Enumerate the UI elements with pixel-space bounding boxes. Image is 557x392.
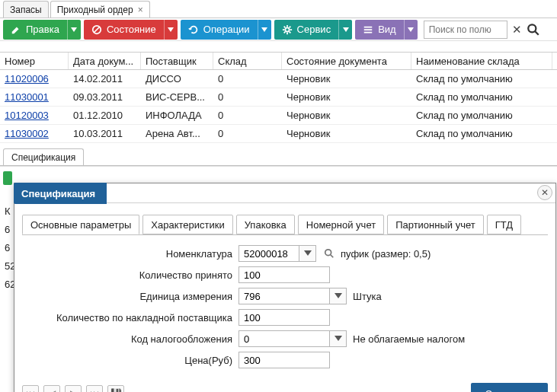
cell-state: Черновик — [282, 128, 411, 139]
nomenclature-desc: пуфик (размер: 0,5) — [341, 248, 431, 260]
button-label: Вид — [378, 24, 396, 35]
dropdown-icon[interactable] — [258, 20, 271, 40]
supqty-input[interactable] — [238, 309, 330, 326]
tab-specification[interactable]: Спецификация — [3, 148, 84, 165]
label-qty: Количество принято — [25, 269, 238, 281]
tab-packaging[interactable]: Упаковка — [236, 215, 295, 234]
button-label: Сервис — [297, 24, 331, 35]
order-link[interactable]: 10120003 — [5, 110, 49, 121]
cell-whname: Склад по умолчанию — [411, 110, 552, 121]
nomenclature-input[interactable] — [238, 245, 299, 262]
qty-input[interactable] — [238, 266, 330, 283]
next-page-icon[interactable]: ▶ — [65, 385, 82, 392]
tab-stocks[interactable]: Запасы — [3, 1, 49, 18]
search-input[interactable] — [424, 21, 507, 39]
col-wh[interactable]: Склад — [213, 53, 282, 69]
col-date[interactable]: Дата докум... — [69, 53, 141, 69]
edit-button[interactable]: Правка — [3, 20, 81, 40]
tab-main-params[interactable]: Основные параметры — [22, 215, 139, 234]
chevron-down-icon[interactable] — [330, 288, 347, 304]
table-row[interactable]: 1103000210.03.2011Арена Авт...0ЧерновикС… — [0, 125, 557, 143]
dialog-title: Спецификация — [14, 183, 107, 204]
cell-date: 10.03.2011 — [69, 128, 141, 139]
clear-search-icon[interactable]: ✕ — [512, 23, 522, 37]
cell-date: 09.03.2011 — [69, 91, 141, 103]
gear-icon — [282, 24, 293, 35]
cell-whname: Склад по умолчанию — [411, 128, 552, 139]
label-price: Цена(Руб) — [25, 355, 238, 366]
table-row[interactable]: 1012000301.12.2010ИНФОЛАДА0ЧерновикСклад… — [0, 107, 557, 125]
prev-page-icon[interactable]: ◀ — [43, 385, 60, 392]
cell-state: Черновик — [282, 91, 411, 103]
dialog-tabs: Основные параметры Характеристики Упаков… — [22, 215, 548, 235]
cell-supplier: Арена Авт... — [141, 128, 213, 139]
svg-point-3 — [528, 24, 536, 32]
save-disk-icon[interactable]: 💾 — [107, 385, 124, 392]
col-whname[interactable]: Наименование склада — [411, 53, 552, 69]
first-page-icon[interactable]: ⏮ — [22, 385, 39, 392]
operations-button[interactable]: Операции — [181, 20, 271, 40]
cell-wh: 0 — [213, 91, 282, 103]
orders-grid: Номер Дата докум... Поставщик Склад Сост… — [0, 52, 557, 143]
label-supqty: Количество по накладной поставщика — [25, 312, 238, 323]
edit-button-small[interactable] — [3, 171, 12, 185]
cell-whname: Склад по умолчанию — [411, 73, 552, 84]
service-button[interactable]: Сервис — [274, 20, 353, 40]
list-icon — [363, 24, 373, 35]
cell-whname: Склад по умолчанию — [411, 91, 552, 103]
label-tax: Код налогообложения — [25, 333, 238, 345]
cell-state: Черновик — [282, 110, 411, 121]
order-link[interactable]: 11020006 — [5, 73, 49, 84]
tax-desc: Не облагаемые налогом — [353, 333, 465, 345]
table-row[interactable]: 1103000109.03.2011ВИС-СЕРВ...0ЧерновикСк… — [0, 88, 557, 107]
tab-characteristics[interactable]: Характеристики — [142, 215, 232, 234]
forbidden-icon — [91, 24, 102, 35]
view-button[interactable]: Вид — [355, 20, 418, 40]
close-icon[interactable]: × — [138, 5, 143, 15]
footer-icons: ⏮ ◀ ▶ ⏭ 💾 — [22, 385, 124, 392]
svg-line-1 — [94, 27, 99, 32]
order-link[interactable]: 11030002 — [5, 128, 49, 139]
tab-serial[interactable]: Номерной учет — [298, 215, 384, 234]
last-page-icon[interactable]: ⏭ — [86, 385, 103, 392]
cell-supplier: ВИС-СЕРВ... — [141, 91, 213, 103]
svg-line-6 — [331, 255, 334, 258]
dropdown-icon[interactable] — [67, 20, 81, 40]
order-link[interactable]: 11030001 — [5, 91, 49, 103]
svg-point-2 — [285, 27, 289, 31]
col-supplier[interactable]: Поставщик — [141, 53, 213, 69]
state-button[interactable]: Состояние — [84, 20, 178, 40]
dialog-form: Номенклатура пуфик (размер: 0,5) Количес… — [14, 235, 555, 374]
col-number[interactable]: Номер — [0, 53, 69, 69]
close-icon[interactable]: ✕ — [537, 185, 552, 200]
tab-incoming-order[interactable]: Приходный ордер × — [50, 1, 150, 18]
cell-wh: 0 — [213, 128, 282, 139]
button-label: Операции — [203, 24, 250, 35]
search-icon[interactable] — [527, 23, 540, 37]
dropdown-icon[interactable] — [164, 20, 178, 40]
grid-header: Номер Дата докум... Поставщик Склад Сост… — [0, 52, 557, 70]
tab-batch[interactable]: Партионный учет — [387, 215, 484, 234]
cell-state: Черновик — [282, 73, 411, 84]
label-nomenclature: Номенклатура — [25, 248, 238, 260]
price-input[interactable] — [238, 352, 330, 368]
svg-line-4 — [535, 31, 539, 35]
tax-input[interactable] — [238, 330, 330, 347]
search-icon[interactable] — [322, 247, 336, 260]
table-row[interactable]: 1102000614.02.2011ДИССО0ЧерновикСклад по… — [0, 70, 557, 88]
main-toolbar: Правка Состояние Операции Сервис Вид ✕ — [0, 18, 557, 41]
svg-point-5 — [325, 250, 331, 256]
cell-date: 14.02.2011 — [69, 73, 141, 84]
dropdown-icon[interactable] — [338, 20, 352, 40]
window-tabstrip: Запасы Приходный ордер × — [0, 0, 557, 18]
save-button[interactable]: Сохранить — [471, 383, 548, 392]
cell-wh: 0 — [213, 110, 282, 121]
uom-input[interactable] — [238, 288, 330, 304]
dropdown-icon[interactable] — [404, 20, 418, 40]
uom-desc: Штука — [353, 291, 382, 302]
chevron-down-icon[interactable] — [299, 245, 316, 262]
chevron-down-icon[interactable] — [330, 330, 347, 347]
col-state[interactable]: Состояние документа — [282, 53, 411, 69]
cell-supplier: ИНФОЛАДА — [141, 110, 213, 121]
tab-gtd[interactable]: ГТД — [487, 215, 521, 234]
